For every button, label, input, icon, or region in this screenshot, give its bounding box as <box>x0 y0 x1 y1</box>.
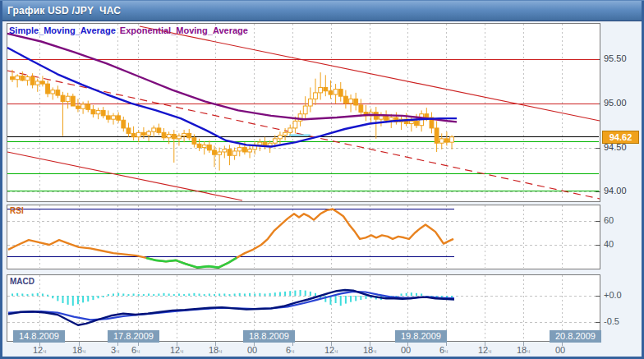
legend-sma-label: Simple_Moving_Average <box>9 25 116 35</box>
date-box: 17.8.2009 <box>108 330 159 343</box>
legend-ema-label: Exponential_Moving_Average <box>120 25 248 35</box>
rsi-panel-label: RSI <box>10 206 24 215</box>
title-bar[interactable]: График USD /JPY ЧАС <box>0 1 644 21</box>
hour-tick-label: 3ч <box>111 345 119 355</box>
hour-tick-label: 6ч <box>439 345 448 355</box>
hour-tick-label: 12ч <box>478 345 491 355</box>
price-axis-label: 94.00 <box>604 186 627 196</box>
rsi-axis-label: 60 <box>604 215 614 225</box>
hour-tick-label: 6ч <box>131 345 140 355</box>
date-box: 20.8.2009 <box>550 330 601 343</box>
hour-tick-label: 00 <box>555 345 565 355</box>
hour-tick-label: 18ч <box>209 345 222 355</box>
date-box: 19.8.2009 <box>395 330 447 343</box>
macd-axis-label: +0.0 <box>604 290 622 300</box>
price-axis-label: 95.00 <box>604 98 627 108</box>
price-chart-canvas[interactable] <box>0 1 644 359</box>
hour-tick-label: 12ч <box>33 345 46 355</box>
hour-tick-label: 18ч <box>517 345 530 355</box>
hour-tick-label: 18ч <box>72 345 85 355</box>
hour-tick-label: 12ч <box>324 345 338 355</box>
hour-tick-label: 00 <box>401 345 411 355</box>
hour-tick-label: 00 <box>247 345 257 355</box>
indicator-legend: Simple_Moving_AverageExponential_Moving_… <box>9 25 248 35</box>
hour-tick-label: 18ч <box>363 345 376 355</box>
rsi-axis-label: 40 <box>604 239 614 249</box>
hour-tick-label: 6ч <box>286 345 294 355</box>
price-axis-label: 95.50 <box>604 53 627 63</box>
current-price-tag: 94.62 <box>602 131 639 144</box>
date-box: 14.8.2009 <box>13 330 65 343</box>
date-box: 18.8.2009 <box>243 330 295 343</box>
macd-axis-label: -0.5 <box>604 316 619 326</box>
chart-window: График USD /JPY ЧАС ?❚❚─▢✕ Simple_Moving… <box>0 0 644 359</box>
hour-tick-label: 12ч <box>170 345 183 355</box>
macd-panel-label: MACD <box>10 277 34 286</box>
window-title: График USD /JPY ЧАС <box>0 5 121 16</box>
